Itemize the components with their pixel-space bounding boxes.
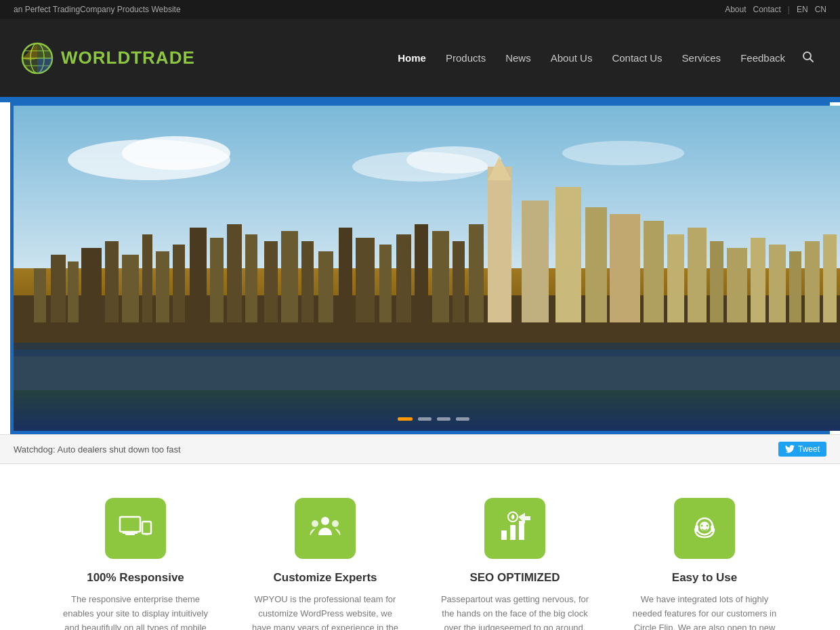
- svg-rect-32: [264, 241, 278, 322]
- feature-responsive-desc: The responsive enterprise theme enables …: [61, 593, 210, 630]
- twitter-icon: [785, 445, 795, 453]
- svg-rect-42: [453, 241, 465, 322]
- svg-rect-40: [415, 224, 428, 322]
- svg-rect-21: [173, 245, 185, 322]
- responsive-icon-box: [105, 498, 166, 559]
- svg-rect-39: [396, 234, 411, 322]
- blue-accent-bar: [0, 97, 840, 102]
- easy-icon-box: [674, 498, 735, 559]
- lang-en[interactable]: EN: [797, 5, 808, 14]
- customize-icon: [308, 511, 342, 545]
- feature-responsive-title: 100% Responsive: [61, 571, 210, 585]
- feature-customize-title: Customize Experts: [251, 571, 400, 585]
- svg-rect-20: [156, 251, 169, 322]
- svg-rect-48: [727, 248, 747, 322]
- svg-rect-46: [688, 228, 707, 322]
- feature-easy-title: Easy to Use: [630, 571, 779, 585]
- feature-customize-desc: WPYOU is the professional team for custo…: [251, 593, 400, 630]
- customize-icon-box: [295, 498, 356, 559]
- responsive-icon: [119, 511, 152, 545]
- svg-rect-26: [488, 167, 511, 322]
- svg-rect-56: [120, 517, 140, 532]
- svg-point-62: [312, 520, 318, 527]
- slider-dots: [398, 417, 469, 421]
- svg-rect-47: [710, 241, 723, 322]
- header: WORLDTRADE Home Products News About Us C…: [0, 19, 840, 97]
- slide-dot-3[interactable]: [437, 417, 450, 421]
- topbar: an Perfect TradingCompany Products Websi…: [0, 0, 840, 19]
- main-nav: Home Products News About Us Contact Us S…: [390, 45, 820, 71]
- tweet-button[interactable]: Tweet: [778, 442, 826, 457]
- globe-icon: [20, 41, 54, 75]
- seo-icon: [498, 511, 532, 545]
- svg-point-63: [332, 520, 339, 527]
- svg-rect-29: [555, 187, 581, 322]
- svg-rect-52: [805, 241, 820, 322]
- nav-products[interactable]: Products: [438, 47, 494, 69]
- slide-dot-1[interactable]: [398, 417, 413, 421]
- logo-trade: TRADE: [131, 47, 195, 68]
- svg-rect-41: [432, 231, 449, 322]
- svg-rect-24: [227, 224, 242, 322]
- svg-rect-36: [339, 228, 352, 322]
- svg-rect-59: [142, 522, 151, 534]
- feature-easy: Easy to Use We have integrated lots of h…: [630, 498, 779, 630]
- svg-rect-43: [469, 224, 484, 322]
- tweet-label: Tweet: [798, 444, 820, 454]
- svg-point-72: [701, 525, 703, 527]
- easy-icon: [688, 511, 721, 545]
- svg-point-61: [321, 517, 329, 525]
- svg-rect-33: [281, 231, 298, 322]
- lang-cn[interactable]: CN: [815, 5, 826, 14]
- svg-rect-58: [125, 534, 135, 535]
- svg-rect-34: [301, 241, 314, 322]
- nav-news[interactable]: News: [497, 47, 539, 69]
- svg-rect-22: [190, 228, 207, 322]
- svg-rect-53: [823, 234, 837, 322]
- svg-rect-65: [510, 525, 516, 540]
- topbar-links: About Contact | EN CN: [725, 5, 826, 14]
- svg-rect-17: [105, 241, 119, 322]
- svg-rect-31: [610, 214, 640, 322]
- logo[interactable]: WORLDTRADE: [20, 41, 195, 75]
- topbar-contact[interactable]: Contact: [753, 5, 781, 14]
- nav-feedback[interactable]: Feedback: [732, 47, 793, 69]
- svg-rect-16: [81, 248, 102, 322]
- svg-rect-44: [644, 221, 664, 322]
- svg-rect-51: [789, 251, 801, 322]
- svg-rect-60: [145, 534, 148, 535]
- svg-rect-13: [34, 268, 46, 322]
- svg-rect-49: [751, 238, 765, 322]
- svg-rect-23: [210, 238, 224, 322]
- svg-rect-64: [501, 530, 507, 540]
- slide-dot-4[interactable]: [456, 417, 469, 421]
- feature-responsive: 100% Responsive The responsive enterpris…: [61, 498, 210, 630]
- feature-easy-desc: We have integrated lots of highly needed…: [630, 593, 779, 630]
- svg-rect-25: [245, 234, 257, 322]
- svg-rect-45: [667, 234, 684, 322]
- city-skyline: [14, 146, 840, 390]
- svg-rect-55: [14, 343, 840, 356]
- seo-icon-box: [484, 498, 545, 559]
- hero-slider[interactable]: [14, 106, 840, 431]
- feature-seo-desc: Passepartout was getting nervous, for th…: [440, 593, 589, 630]
- nav-services[interactable]: Services: [674, 47, 730, 69]
- topbar-about[interactable]: About: [725, 5, 746, 14]
- ticker-text: Watchdog: Auto dealers shut down too fas…: [14, 444, 181, 455]
- svg-rect-15: [68, 261, 79, 322]
- svg-rect-14: [51, 255, 66, 322]
- svg-rect-57: [123, 532, 138, 534]
- nav-contact-us[interactable]: Contact Us: [604, 47, 670, 69]
- slide-dot-2[interactable]: [418, 417, 432, 421]
- svg-rect-50: [769, 245, 786, 322]
- feature-seo: SEO OPTIMIZED Passepartout was getting n…: [440, 498, 589, 630]
- slider-wrapper: [10, 102, 830, 434]
- svg-rect-19: [142, 234, 152, 322]
- svg-rect-66: [519, 521, 524, 540]
- search-icon[interactable]: [797, 45, 820, 71]
- nav-home[interactable]: Home: [390, 47, 434, 69]
- svg-line-6: [810, 58, 814, 62]
- nav-about-us[interactable]: About Us: [543, 47, 601, 69]
- logo-world: WORLD: [61, 47, 131, 68]
- svg-rect-30: [585, 207, 607, 322]
